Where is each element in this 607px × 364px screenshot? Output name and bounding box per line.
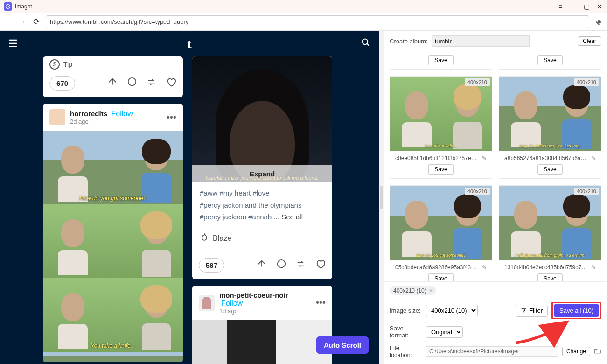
save-button[interactable]: Save (428, 164, 453, 175)
svg-point-8 (523, 308, 523, 309)
post-image[interactable] (43, 352, 183, 362)
browser-viewport: ☰ t $ Tip 670 (0, 31, 379, 364)
thumb-filename: a8b565276a81a3084df567b6aa75e (504, 155, 588, 161)
refresh-icon[interactable]: ⟳ (32, 17, 41, 27)
post-image[interactable] (192, 320, 332, 364)
save-format-label: Save format: (390, 325, 422, 339)
post-image[interactable] (43, 204, 183, 278)
save-button[interactable]: Save (537, 55, 562, 65)
menu-icon[interactable]: ≡ (557, 3, 564, 10)
image-size-select[interactable]: 400x210 (10) (426, 305, 478, 316)
clear-button[interactable]: Clear (578, 36, 601, 46)
follow-link[interactable]: Follow (111, 110, 133, 118)
svg-point-4 (278, 259, 286, 267)
annotation-highlight: Save all (10) (551, 302, 601, 319)
gif-caption: You take a knife... (43, 343, 183, 349)
tumblr-logo[interactable]: t (187, 36, 191, 51)
share-icon[interactable] (257, 259, 267, 272)
tumblr-header: ☰ t (0, 31, 379, 56)
save-format-select[interactable]: Original (426, 326, 463, 338)
post-time: 2d ago (70, 118, 133, 125)
folder-icon[interactable] (594, 347, 601, 356)
avatar[interactable] (49, 109, 65, 125)
reblog-icon[interactable] (147, 77, 157, 90)
svg-point-10 (523, 311, 524, 312)
gif-caption: How do you gut someone? (43, 195, 183, 202)
follow-link[interactable]: Follow (221, 299, 288, 308)
minimize-icon[interactable]: — (570, 3, 577, 10)
tip-label[interactable]: Tip (63, 61, 72, 68)
save-button[interactable]: Save (537, 273, 562, 281)
thumb-card: 400x210 How do you gut someone? 05c3bdec… (390, 185, 492, 281)
post-menu-icon[interactable]: ••• (316, 297, 326, 308)
post-image[interactable]: How do you gut someone? (43, 131, 183, 204)
svg-point-0 (6, 4, 10, 8)
post-menu-icon[interactable]: ••• (167, 112, 176, 123)
file-location-label: File location: (390, 344, 422, 358)
dimension-badge: 400x210 (574, 188, 599, 195)
hamburger-icon[interactable]: ☰ (8, 38, 18, 50)
svg-point-1 (362, 39, 368, 45)
splitter-handle[interactable] (379, 31, 384, 364)
edit-icon[interactable]: ✎ (591, 155, 596, 161)
search-icon[interactable] (361, 38, 370, 49)
album-input[interactable] (432, 35, 530, 47)
expand-button[interactable]: Expand (192, 165, 332, 182)
post-image[interactable]: Careful. I think you were about to call … (192, 56, 332, 182)
post-tags[interactable]: #aww #my heart #love #percy jackon and t… (192, 182, 332, 228)
thumb-image[interactable]: 400x210 How do you gut someone? (390, 186, 492, 260)
filter-button[interactable]: Filter (516, 305, 548, 317)
forward-icon[interactable]: → (18, 18, 27, 26)
auto-scroll-button[interactable]: Auto Scroll (316, 336, 369, 354)
share-icon[interactable] (107, 77, 118, 90)
thumb-card: 400x210 Hey, it's called tact, you fuck-… (499, 76, 601, 179)
svg-point-9 (524, 309, 525, 310)
save-button[interactable]: Save (428, 273, 453, 281)
close-icon[interactable]: ✕ (596, 3, 603, 10)
url-input[interactable] (46, 15, 589, 28)
post-card: horroredits Follow 2d ago ••• How do you… (43, 104, 183, 362)
see-all-link[interactable]: ... See all (273, 213, 303, 221)
notes-count[interactable]: 587 (199, 258, 224, 273)
save-all-button[interactable]: Save all (10) (554, 304, 599, 317)
reblog-icon[interactable] (296, 259, 306, 272)
dimension-badge: 400x210 (465, 188, 490, 195)
thumb-card: 400x210 You take a knife... c0ee08581db6… (390, 76, 492, 179)
app-title: Imaget (15, 3, 557, 10)
save-button[interactable]: Save (537, 164, 562, 175)
thumb-filename: 1310d4b04e2ecc435b6d759d70191 (504, 264, 588, 271)
filter-icon (521, 307, 527, 315)
titlebar: Imaget ≡ — ▢ ✕ (0, 0, 607, 13)
post-username[interactable]: mon-petit-coeur-noir (219, 291, 288, 299)
chip-remove-icon[interactable]: × (429, 287, 433, 294)
file-location-input[interactable] (426, 346, 558, 357)
post-card: Careful. I think you were about to call … (192, 56, 332, 279)
reply-icon[interactable] (276, 259, 286, 272)
thumb-image[interactable]: 400x210 I will rip you all: from groin t… (499, 186, 601, 260)
blaze-icon[interactable] (200, 233, 209, 245)
thumb-image[interactable]: 400x210 You take a knife... (390, 77, 492, 151)
picker-icon[interactable]: ◈ (594, 17, 603, 26)
post-time: 1d ago (219, 308, 288, 315)
size-chip[interactable]: 400x210 (10) × (390, 286, 436, 295)
notes-count[interactable]: 670 (49, 76, 75, 91)
post-image[interactable]: You take a knife... (43, 278, 183, 352)
like-icon[interactable] (166, 77, 176, 90)
edit-icon[interactable]: ✎ (482, 155, 487, 161)
app-icon (4, 2, 12, 11)
edit-icon[interactable]: ✎ (482, 264, 487, 271)
back-icon[interactable]: ← (4, 18, 13, 26)
save-button[interactable]: Save (428, 55, 453, 65)
reply-icon[interactable] (127, 77, 137, 90)
edit-icon[interactable]: ✎ (591, 264, 596, 271)
blaze-label[interactable]: Blaze (213, 234, 231, 243)
like-icon[interactable] (315, 259, 326, 272)
svg-line-2 (367, 44, 369, 46)
avatar[interactable] (199, 295, 215, 311)
maximize-icon[interactable]: ▢ (583, 3, 590, 10)
change-button[interactable]: Change (562, 347, 590, 356)
tip-icon[interactable]: $ (49, 59, 60, 70)
post-username[interactable]: horroredits (70, 110, 107, 118)
thumb-card: Save (390, 53, 492, 70)
thumb-image[interactable]: 400x210 Hey, it's called tact, you fuck-… (499, 77, 601, 151)
